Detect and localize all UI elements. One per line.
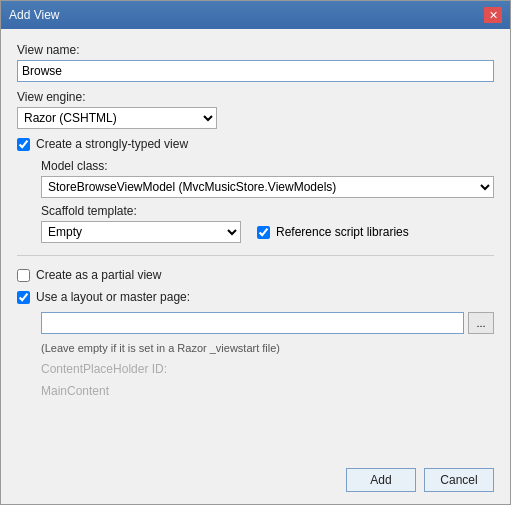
- strongly-typed-row: Create a strongly-typed view: [17, 137, 494, 151]
- model-section: Model class: StoreBrowseViewModel (MvcMu…: [41, 159, 494, 243]
- partial-view-checkbox[interactable]: [17, 269, 30, 282]
- view-name-field: View name:: [17, 43, 494, 82]
- scaffold-row: Empty Create Delete Details Edit List Re…: [41, 221, 494, 243]
- reference-scripts-row: Reference script libraries: [257, 225, 409, 239]
- dialog-content: View name: View engine: Razor (CSHTML) A…: [1, 29, 510, 460]
- close-button[interactable]: ✕: [484, 7, 502, 23]
- cancel-button[interactable]: Cancel: [424, 468, 494, 492]
- strongly-typed-label[interactable]: Create a strongly-typed view: [36, 137, 188, 151]
- title-bar: Add View ✕: [1, 1, 510, 29]
- partial-view-label[interactable]: Create as a partial view: [36, 268, 161, 282]
- dialog-footer: Add Cancel: [1, 460, 510, 504]
- use-layout-row: Use a layout or master page:: [17, 290, 494, 304]
- scaffold-select[interactable]: Empty Create Delete Details Edit List: [41, 221, 241, 243]
- view-engine-label: View engine:: [17, 90, 494, 104]
- partial-view-row: Create as a partial view: [17, 268, 494, 282]
- divider: [17, 255, 494, 256]
- view-engine-field: View engine: Razor (CSHTML) ASPX: [17, 90, 494, 129]
- model-class-select[interactable]: StoreBrowseViewModel (MvcMusicStore.View…: [41, 176, 494, 198]
- view-name-label: View name:: [17, 43, 494, 57]
- use-layout-checkbox[interactable]: [17, 291, 30, 304]
- reference-scripts-label[interactable]: Reference script libraries: [276, 225, 409, 239]
- scaffold-field: Scaffold template: Empty Create Delete D…: [41, 204, 494, 243]
- hint-text: (Leave empty if it is set in a Razor _vi…: [41, 342, 494, 354]
- layout-path-row: ...: [41, 312, 494, 334]
- add-button[interactable]: Add: [346, 468, 416, 492]
- add-view-dialog: Add View ✕ View name: View engine: Razor…: [0, 0, 511, 505]
- strongly-typed-checkbox[interactable]: [17, 138, 30, 151]
- content-placeholder-label: ContentPlaceHolder ID:: [41, 362, 494, 376]
- model-class-label: Model class:: [41, 159, 494, 173]
- reference-scripts-checkbox[interactable]: [257, 226, 270, 239]
- scaffold-label: Scaffold template:: [41, 204, 494, 218]
- model-class-field: Model class: StoreBrowseViewModel (MvcMu…: [41, 159, 494, 198]
- view-name-input[interactable]: [17, 60, 494, 82]
- browse-button[interactable]: ...: [468, 312, 494, 334]
- layout-path-input[interactable]: [41, 312, 464, 334]
- content-placeholder-value: MainContent: [41, 384, 494, 398]
- use-layout-label[interactable]: Use a layout or master page:: [36, 290, 190, 304]
- dialog-title: Add View: [9, 8, 59, 22]
- view-engine-select[interactable]: Razor (CSHTML) ASPX: [17, 107, 217, 129]
